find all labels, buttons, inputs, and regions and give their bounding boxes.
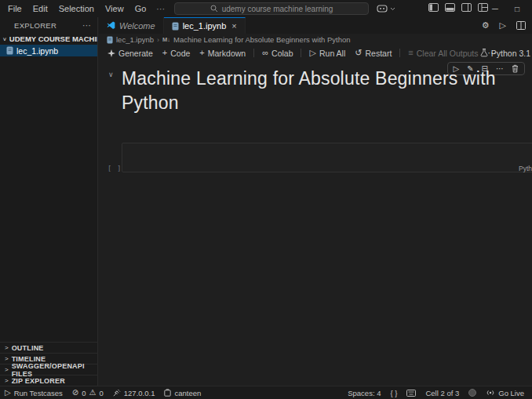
keyboard-indicator[interactable]	[402, 390, 421, 397]
vscode-logo-icon	[107, 21, 115, 30]
explorer-header: EXPLORER ⋯	[0, 17, 97, 33]
command-center-search[interactable]: udemy course machine learning	[174, 2, 369, 15]
statusbar-right: Spaces: 4 { } Cell 2 of 3 Go Live	[343, 389, 532, 397]
close-tab-icon[interactable]: ×	[231, 21, 236, 31]
notebook-toolbar: Generate + Code + Markdown ∞ Colab ▷ Run…	[99, 45, 532, 60]
chevron-right-icon: >	[5, 366, 9, 373]
toolbar-separator	[253, 49, 254, 57]
notebook-file-icon	[172, 22, 179, 31]
sidebar-bottom-sections: > OUTLINE > TIMELINE > SWAGGER/OPENAPI F…	[0, 342, 97, 386]
run-all-button[interactable]: ▷ Run All	[306, 49, 348, 58]
menu-go[interactable]: Go	[129, 4, 152, 13]
error-count: 0	[82, 389, 86, 397]
clear-all-outputs-button[interactable]: ≡ Clear All Outputs	[405, 49, 481, 58]
explorer-more-actions-icon[interactable]: ⋯	[82, 20, 91, 31]
clear-outputs-icon: ≡	[408, 49, 413, 57]
toggle-secondary-sidebar-icon[interactable]	[461, 3, 472, 12]
restart-button[interactable]: ↺ Restart	[352, 49, 395, 58]
chevron-right-icon: >	[5, 344, 9, 351]
section-outline[interactable]: > OUTLINE	[0, 342, 97, 353]
run-testcases-label: Run Testcases	[14, 389, 63, 397]
tab-label: lec_1.ipynb	[183, 21, 227, 31]
search-query-text: udemy course machine learning	[222, 5, 333, 13]
title-bar: File Edit Selection View Go ⋯ ← → udemy …	[0, 0, 532, 17]
problems-indicator[interactable]: ⊘ 0 ⚠ 0	[67, 389, 108, 397]
editor-area: Welcome lec_1.ipynb × ⚙ ▷ lec_1.ipynb › …	[99, 17, 532, 386]
tab-welcome[interactable]: Welcome	[99, 17, 164, 34]
section-swagger-openapi[interactable]: > SWAGGER/OPENAPI FILES	[0, 364, 97, 375]
tab-bar: Welcome lec_1.ipynb × ⚙ ▷	[99, 17, 532, 34]
add-code-label: Code	[170, 49, 190, 58]
run-testcases-button[interactable]: ▷ Run Testcases	[0, 389, 67, 397]
add-code-button[interactable]: + Code	[159, 49, 194, 58]
editor-actions: ⚙ ▷	[482, 17, 526, 34]
explorer-sidebar: EXPLORER ⋯ ∨ UDEMY COURSE MACHINE LEA...…	[0, 17, 98, 386]
section-label: SWAGGER/OPENAPI FILES	[12, 362, 97, 378]
add-markdown-button[interactable]: + Markdown	[196, 49, 249, 58]
go-live-button[interactable]: Go Live	[481, 389, 529, 397]
add-markdown-label: Markdown	[208, 49, 246, 58]
profile-indicator[interactable]: canteen	[159, 389, 206, 397]
maximize-button[interactable]: □	[507, 0, 527, 17]
menu-overflow[interactable]: ⋯	[151, 4, 169, 14]
brackets-indicator[interactable]: { }	[385, 389, 402, 397]
tab-label: Welcome	[119, 21, 155, 31]
extension-circle-icon	[468, 389, 476, 397]
tab-lec1-ipynb[interactable]: lec_1.ipynb ×	[164, 17, 246, 34]
menu-selection[interactable]: Selection	[53, 4, 100, 13]
copilot-icon	[377, 5, 388, 13]
cell-position-indicator[interactable]: Cell 2 of 3	[421, 389, 464, 397]
minimize-button[interactable]: ─	[485, 0, 505, 17]
spaces-label: Spaces: 4	[348, 389, 381, 397]
markdown-icon: M↓	[162, 36, 170, 43]
menu-edit[interactable]: Edit	[27, 4, 53, 13]
file-name-label: lec_1.ipynb	[16, 46, 58, 56]
spaces-indicator[interactable]: Spaces: 4	[343, 389, 385, 397]
layout-controls	[428, 3, 488, 12]
plus-icon: +	[162, 49, 167, 57]
vscode-window: File Edit Selection View Go ⋯ ← → udemy …	[0, 0, 532, 399]
chevron-down-icon	[390, 7, 395, 11]
gear-icon[interactable]: ⚙	[482, 20, 490, 31]
breadcrumb-separator: ›	[157, 36, 159, 44]
broadcast-icon	[486, 389, 495, 397]
breadcrumb-heading[interactable]: Machine Learning for Absolute Beginners …	[173, 35, 351, 44]
file-item-lec1-ipynb[interactable]: lec_1.ipynb	[0, 45, 97, 56]
generate-label: Generate	[118, 49, 153, 58]
explorer-title: EXPLORER	[14, 21, 56, 30]
toggle-primary-sidebar-icon[interactable]	[428, 3, 439, 12]
code-cell-editor[interactable]	[122, 143, 532, 172]
run-icon[interactable]: ▷	[500, 20, 506, 31]
colab-button[interactable]: ∞ Colab	[259, 49, 296, 58]
run-all-label: Run All	[319, 49, 345, 58]
chevron-down-icon: ∨	[2, 36, 7, 42]
collapse-cell-chevron-icon[interactable]: ∨	[108, 71, 114, 78]
workspace-folder-header[interactable]: ∨ UDEMY COURSE MACHINE LEA...	[0, 33, 97, 45]
cell-language-label[interactable]: Python	[519, 165, 532, 172]
section-label: ZIP EXPLORER	[12, 377, 65, 385]
markdown-heading[interactable]: Machine Learning for Absolute Beginners …	[122, 67, 530, 115]
menu-view[interactable]: View	[100, 4, 129, 13]
colab-label: Colab	[271, 49, 293, 58]
chevron-right-icon: >	[5, 377, 9, 384]
copilot-button[interactable]	[377, 2, 395, 15]
plus-icon: +	[199, 49, 204, 57]
notebook-content: ▷ ✎ ⊟ ⋯ ∨ Machine Learning for Absolute …	[99, 60, 532, 386]
generate-button[interactable]: Generate	[104, 49, 156, 58]
colab-infinity-icon: ∞	[262, 49, 268, 57]
split-editor-icon[interactable]	[516, 21, 526, 30]
kernel-label: Python 3.1	[491, 49, 530, 58]
menu-file[interactable]: File	[0, 4, 27, 13]
section-label: OUTLINE	[12, 344, 44, 352]
breadcrumb-file[interactable]: lec_1.ipynb	[116, 35, 154, 44]
toggle-panel-icon[interactable]	[445, 3, 455, 12]
kernel-picker[interactable]: Python 3.1	[480, 45, 530, 60]
box-icon	[164, 389, 171, 397]
warning-count: 0	[100, 389, 104, 397]
clear-outputs-label: Clear All Outputs	[417, 49, 479, 58]
play-icon: ▷	[5, 389, 11, 397]
host-indicator[interactable]: 127.0.0.1	[108, 389, 160, 397]
port-plug-icon	[113, 389, 121, 397]
extension-indicator[interactable]	[464, 389, 481, 397]
status-bar: ▷ Run Testcases ⊘ 0 ⚠ 0 127.0.0.1 cantee…	[0, 386, 532, 399]
